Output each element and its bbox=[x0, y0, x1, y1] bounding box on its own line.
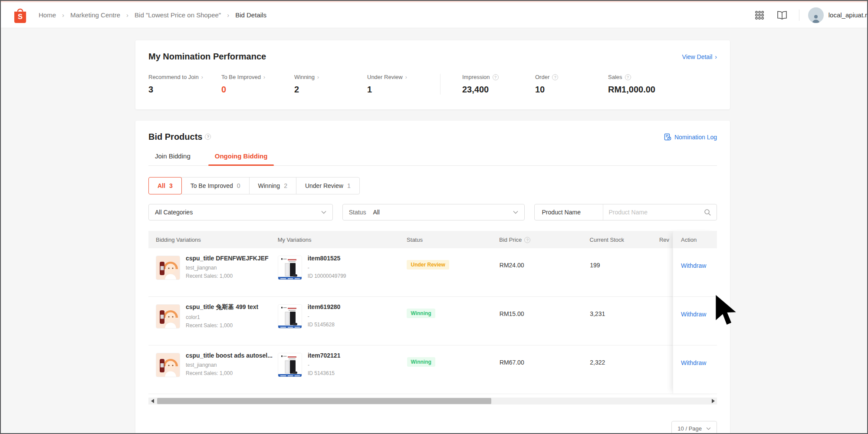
stat-under-review[interactable]: Under Review› 1 bbox=[367, 74, 440, 95]
bid-price: RM67.00 bbox=[500, 345, 590, 394]
bid-products-title: Bid Products? bbox=[148, 132, 211, 142]
stat-to-be-improved[interactable]: To Be Improved› 0 bbox=[221, 74, 294, 95]
my-product-id: ID 5145628 bbox=[308, 322, 341, 328]
bidding-product-title: cspu_title DFENFWEJFKJEF bbox=[186, 255, 269, 262]
action-column-sticky: Action Withdraw Withdraw Withdraw bbox=[673, 231, 717, 394]
search-icon[interactable] bbox=[699, 204, 717, 220]
scroll-left-icon[interactable] bbox=[148, 399, 156, 403]
breadcrumb-separator: › bbox=[62, 11, 64, 19]
table-row: cspu_title boost ads autosel... test_jia… bbox=[148, 345, 717, 394]
chevron-down-icon bbox=[706, 427, 711, 430]
horizontal-scrollbar[interactable] bbox=[148, 398, 717, 404]
stat-recommend-to-join[interactable]: Recommend to Join› 3 bbox=[148, 74, 221, 95]
bidding-product-title: cspu_title 兔斯基 499 text bbox=[186, 303, 258, 311]
search-key-select[interactable]: Product Name bbox=[535, 204, 603, 220]
avatar[interactable] bbox=[808, 7, 824, 23]
breadcrumb-marketing-centre[interactable]: Marketing Centre bbox=[70, 11, 120, 19]
help-icon[interactable]: ? bbox=[524, 237, 530, 243]
category-select[interactable]: All Categories bbox=[148, 204, 333, 220]
metric-impression: Impression? 23,400 bbox=[462, 74, 535, 95]
chevron-right-icon: › bbox=[715, 53, 717, 60]
bidding-product-sales: Recent Sales: 1,000 bbox=[186, 370, 273, 376]
view-detail-link[interactable]: View Detail› bbox=[682, 53, 717, 60]
table-row: cspu_title 兔斯基 499 text color1 Recent Sa… bbox=[148, 297, 717, 345]
topbar-divider bbox=[799, 10, 799, 21]
chevron-right-icon: › bbox=[405, 74, 407, 80]
bidding-product-variation: test_jiangnan bbox=[186, 362, 273, 368]
breadcrumb-separator: › bbox=[126, 11, 128, 19]
pill-to-be-improved[interactable]: To Be Improved0 bbox=[181, 177, 250, 194]
log-document-icon bbox=[664, 133, 671, 141]
stat-value: 0 bbox=[221, 85, 294, 95]
breadcrumb-home[interactable]: Home bbox=[39, 11, 56, 19]
pill-under-review[interactable]: Under Review1 bbox=[296, 177, 360, 194]
apps-grid-icon[interactable] bbox=[752, 8, 767, 23]
scroll-right-icon[interactable] bbox=[709, 399, 717, 403]
status-filter-pills: All3 To Be Improved0 Winning2 Under Revi… bbox=[148, 177, 717, 194]
pagination: 10 / Page bbox=[148, 421, 717, 434]
pill-all[interactable]: All3 bbox=[148, 177, 182, 194]
bidding-product-variation: color1 bbox=[186, 314, 258, 320]
breadcrumb-separator: › bbox=[227, 11, 229, 19]
shopee-logo-icon[interactable]: S bbox=[13, 7, 27, 23]
knowledge-book-icon[interactable] bbox=[775, 8, 789, 23]
search-input[interactable] bbox=[603, 204, 699, 220]
my-product-id: ID 5143615 bbox=[308, 370, 341, 376]
bidding-product-variation: test_jiangnan bbox=[186, 265, 269, 271]
help-icon[interactable]: ? bbox=[493, 74, 499, 80]
help-icon[interactable]: ? bbox=[205, 134, 211, 140]
withdraw-link[interactable]: Withdraw bbox=[681, 311, 706, 318]
svg-text:S: S bbox=[18, 13, 23, 20]
current-stock: 199 bbox=[590, 248, 654, 296]
metric-value: 23,400 bbox=[462, 85, 535, 95]
topbar-right: local_apiuat.r bbox=[752, 7, 867, 23]
status-badge: Under Review bbox=[407, 260, 449, 270]
bidding-product-title: cspu_title boost ads autosel... bbox=[186, 352, 273, 359]
breadcrumb: Home › Marketing Centre › Bid "Lowest Pr… bbox=[39, 11, 266, 19]
status-select[interactable]: Status All bbox=[342, 204, 525, 220]
stat-value: 3 bbox=[148, 85, 221, 95]
breadcrumb-bid-campaign[interactable]: Bid "Lowest Price on Shopee" bbox=[135, 11, 221, 19]
withdraw-link[interactable]: Withdraw bbox=[681, 262, 706, 269]
page-size-select[interactable]: 10 / Page bbox=[671, 421, 717, 434]
chevron-right-icon: › bbox=[317, 74, 319, 80]
nomination-log-link[interactable]: Nomination Log bbox=[664, 133, 717, 141]
my-product-title: item702121 bbox=[308, 352, 341, 359]
topbar: S Home › Marketing Centre › Bid "Lowest … bbox=[1, 2, 867, 28]
nomination-performance-card: My Nomination Performance View Detail› R… bbox=[135, 40, 730, 109]
main-content: My Nomination Performance View Detail› R… bbox=[135, 40, 730, 434]
current-stock: 3,231 bbox=[590, 297, 654, 345]
my-product-variation: - bbox=[308, 313, 341, 319]
my-product-title: item801525 bbox=[308, 255, 346, 262]
username[interactable]: local_apiuat.r bbox=[829, 11, 867, 19]
bid-price: RM24.00 bbox=[500, 248, 590, 296]
help-icon[interactable]: ? bbox=[552, 74, 558, 80]
col-my-variations: My Variations bbox=[278, 237, 407, 243]
breadcrumb-bid-details: Bid Details bbox=[235, 11, 266, 19]
bid-price: RM15.00 bbox=[500, 297, 590, 345]
status-badge: Winning bbox=[407, 309, 435, 318]
help-icon[interactable]: ? bbox=[625, 74, 631, 80]
scrollbar-thumb[interactable] bbox=[157, 398, 491, 404]
chevron-right-icon: › bbox=[263, 74, 265, 80]
withdraw-link[interactable]: Withdraw bbox=[681, 359, 706, 366]
performance-title: My Nomination Performance bbox=[148, 52, 266, 62]
product-search: Product Name bbox=[534, 204, 717, 220]
stat-winning[interactable]: Winning› 2 bbox=[294, 74, 367, 95]
my-product-variation: - bbox=[308, 265, 346, 271]
tab-ongoing-bidding[interactable]: Ongoing Bidding bbox=[208, 152, 274, 165]
table-header: Bidding Variations My Variations Status … bbox=[148, 231, 717, 248]
my-product-image bbox=[278, 304, 302, 329]
bidding-product-sales: Recent Sales: 1,000 bbox=[186, 273, 269, 279]
tab-join-bidding[interactable]: Join Bidding bbox=[148, 152, 197, 165]
chevron-right-icon: › bbox=[201, 74, 203, 80]
col-status: Status bbox=[407, 237, 499, 243]
col-bidding-variations: Bidding Variations bbox=[148, 237, 278, 243]
pill-winning[interactable]: Winning2 bbox=[249, 177, 296, 194]
bidding-product-sales: Recent Sales: 1,000 bbox=[186, 322, 258, 329]
col-action: Action bbox=[673, 231, 717, 248]
table-row: cspu_title DFENFWEJFKJEF test_jiangnan R… bbox=[148, 248, 717, 297]
bidding-tabs: Join Bidding Ongoing Bidding bbox=[148, 152, 717, 166]
my-product-image bbox=[278, 256, 302, 280]
metric-order: Order? 10 bbox=[535, 74, 608, 95]
